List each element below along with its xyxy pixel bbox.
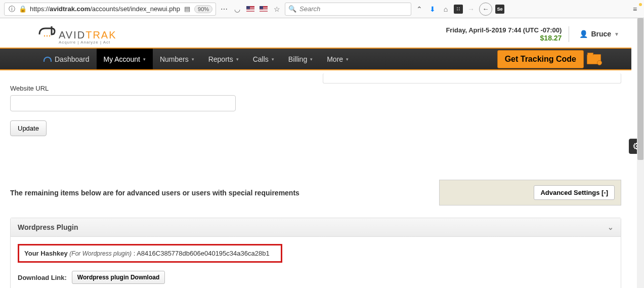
website-url-label: Website URL (10, 85, 621, 92)
pocket-icon[interactable]: ◡ (232, 4, 242, 14)
advanced-box: Advanced Settings [-] (439, 180, 621, 205)
chevron-down-icon: ▾ (346, 57, 349, 62)
library-icon[interactable]: ⌃ (414, 4, 424, 14)
nav-more[interactable]: More ▾ (320, 49, 356, 69)
url-bar[interactable]: ⓘ 🔒 https://avidtrak.com/accounts/set/in… (4, 3, 216, 16)
user-icon: 👤 (579, 30, 588, 38)
hashkey-sublabel: (For Wordpress plugin) (69, 250, 132, 257)
chevron-down-icon: ▾ (236, 57, 239, 62)
nav-my-account[interactable]: My Account ▾ (97, 49, 153, 69)
folder-icon[interactable] (587, 54, 601, 64)
get-tracking-code-button[interactable]: Get Tracking Code (497, 50, 584, 68)
dashboard-icon (44, 57, 52, 62)
logo[interactable]: AVIDTRAK Acquire | Analyze | Act (36, 23, 117, 45)
extension-icon[interactable]: ∷ (454, 5, 463, 14)
right-panel-edge (323, 73, 621, 84)
user-name: Bruce (591, 30, 611, 38)
hashkey-label: Your Hashkey (24, 250, 69, 257)
page-header: AVIDTRAK Acquire | Analyze | Act Friday,… (0, 18, 631, 48)
reader-icon[interactable]: ▤ (183, 5, 191, 13)
svg-point-2 (49, 35, 50, 36)
svg-point-1 (47, 35, 48, 36)
chevron-down-icon: ▾ (310, 57, 313, 62)
search-input[interactable] (299, 5, 408, 13)
header-right: Friday, April-5-2019 7:44 (UTC -07:00) $… (446, 26, 619, 42)
menu-icon[interactable]: ≡ (630, 4, 640, 14)
nav-reports[interactable]: Reports ▾ (201, 49, 246, 69)
nav-label: Calls (253, 55, 269, 63)
url-path: /accounts/set/index_newui.php (90, 5, 180, 13)
scrollbar-thumb[interactable] (637, 18, 643, 160)
wordpress-download-button[interactable]: Wordpress plugin Download (72, 271, 165, 284)
url-scheme: https:// (30, 5, 50, 13)
url-text: https://avidtrak.com/accounts/set/index_… (30, 5, 180, 13)
star-icon[interactable]: ☆ (272, 4, 282, 14)
chevron-down-icon: ▾ (272, 57, 274, 62)
website-url-input[interactable] (10, 95, 236, 111)
home-icon[interactable]: ⌂ (441, 4, 451, 14)
svg-point-0 (44, 35, 45, 36)
advanced-settings-button[interactable]: Advanced Settings [-] (534, 185, 615, 200)
logo-symbol-icon (36, 23, 57, 38)
info-icon[interactable]: ⓘ (8, 5, 16, 13)
chevron-down-icon: ▾ (192, 57, 194, 62)
nav-billing[interactable]: Billing ▾ (281, 49, 320, 69)
nav-label: Numbers (160, 55, 189, 63)
search-bar[interactable]: 🔍 (285, 3, 411, 16)
se-icon[interactable]: Se (495, 5, 504, 14)
nav-label: My Account (104, 55, 140, 63)
nav-label: More (327, 55, 343, 63)
logo-tagline: Acquire | Analyze | Act (59, 40, 110, 45)
nav-label: Billing (288, 55, 307, 63)
nav-label: Reports (208, 55, 233, 63)
logo-text-trak: TRAK (85, 29, 116, 41)
wordpress-panel: Wordpress Plugin ⌄ Your Hashkey (For Wor… (10, 218, 621, 288)
download-label: Download Link: (18, 274, 67, 281)
panel-title: Wordpress Plugin (18, 223, 78, 231)
nav-calls[interactable]: Calls ▾ (246, 49, 281, 69)
nav-bar: Dashboard My Account ▾ Numbers ▾ Reports… (0, 48, 631, 70)
hashkey-row: Your Hashkey (For Wordpress plugin) : A8… (18, 244, 282, 263)
datetime-text: Friday, April-5-2019 7:44 (UTC -07:00) (446, 26, 562, 34)
balance-text: $18.27 (446, 34, 562, 42)
nav-dashboard[interactable]: Dashboard (36, 49, 97, 69)
browser-toolbar: ⓘ 🔒 https://avidtrak.com/accounts/set/in… (0, 0, 644, 18)
chevron-down-icon: ⌄ (608, 223, 614, 231)
user-dropdown[interactable]: 👤 Bruce ▼ (579, 30, 619, 38)
search-icon: 🔍 (288, 5, 296, 13)
flag-icon-2[interactable] (259, 4, 269, 14)
hashkey-value: A8416C385778db606e040195c34a36ca28b1 (137, 250, 269, 257)
panel-header[interactable]: Wordpress Plugin ⌄ (11, 218, 621, 237)
lock-icon: 🔒 (19, 5, 27, 13)
forward-icon[interactable]: → (466, 4, 476, 14)
scrollbar[interactable] (637, 18, 644, 288)
back-icon[interactable]: ← (479, 3, 492, 16)
flag-icon-1[interactable] (245, 4, 255, 14)
nav-numbers[interactable]: Numbers ▾ (153, 49, 201, 69)
more-icon[interactable]: ⋯ (219, 4, 229, 14)
logo-text-avid: AVID (59, 29, 85, 41)
advanced-message: The remaining items below are for advanc… (10, 189, 439, 197)
chevron-down-icon: ▼ (614, 31, 619, 37)
url-domain: avidtrak.com (50, 5, 90, 13)
update-button[interactable]: Update (10, 120, 47, 136)
zoom-badge[interactable]: 90% (194, 5, 212, 13)
nav-label: Dashboard (55, 55, 90, 63)
download-icon[interactable]: ⬇ (427, 4, 438, 14)
chevron-down-icon: ▾ (143, 57, 146, 62)
